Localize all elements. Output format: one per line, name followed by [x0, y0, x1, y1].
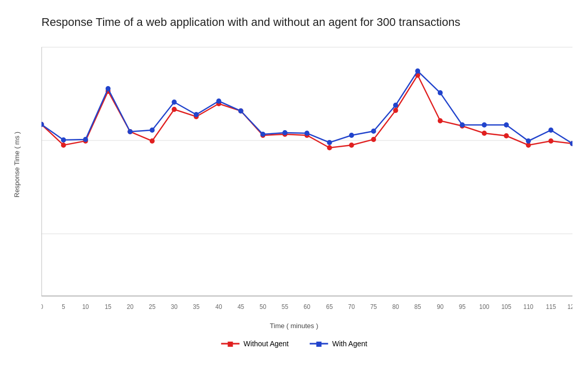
without-agent-dot: [438, 118, 443, 123]
svg-text:105: 105: [501, 303, 512, 311]
legend-item-without-agent: Without Agent: [221, 340, 289, 348]
svg-text:75: 75: [370, 303, 377, 311]
with-agent-dot: [504, 122, 509, 128]
svg-text:115: 115: [546, 303, 556, 311]
without-agent-dot: [171, 107, 177, 112]
with-agent-dot: [438, 90, 443, 95]
svg-text:20: 20: [127, 303, 134, 311]
svg-text:110: 110: [523, 303, 534, 311]
y-axis-label: Response Time ( ms ): [13, 187, 21, 197]
with-agent-dot: [393, 103, 398, 108]
without-agent-dot: [349, 143, 354, 148]
svg-text:95: 95: [459, 303, 466, 311]
svg-text:100: 100: [479, 303, 490, 311]
svg-text:85: 85: [414, 303, 421, 311]
with-agent-dot: [194, 112, 199, 117]
svg-text:60: 60: [304, 303, 310, 311]
with-agent-dot: [83, 137, 88, 142]
chart-legend: Without Agent With Agent: [221, 340, 367, 348]
with-agent-dot: [216, 98, 221, 104]
without-agent-dot: [327, 145, 332, 150]
svg-text:10: 10: [82, 303, 89, 311]
svg-text:70: 70: [348, 303, 355, 311]
svg-text:0: 0: [41, 303, 44, 311]
legend-icon-with-agent: [309, 340, 328, 347]
with-agent-dot: [327, 140, 332, 145]
with-agent-dot: [526, 138, 531, 144]
svg-text:50: 50: [260, 303, 266, 311]
svg-text:90: 90: [437, 303, 443, 311]
svg-text:55: 55: [282, 303, 289, 311]
with-agent-dot: [282, 130, 288, 135]
without-agent-dot: [482, 131, 487, 136]
without-agent-dot: [61, 143, 66, 148]
chart-container: Response Time of a web application with …: [0, 0, 588, 381]
without-agent-dot: [150, 138, 155, 144]
legend-icon-without-agent: [221, 340, 239, 347]
x-axis-label: Time ( minutes ): [270, 322, 318, 330]
legend-label-with-agent: With Agent: [332, 340, 367, 348]
svg-text:35: 35: [193, 303, 199, 311]
svg-text:5: 5: [62, 303, 65, 311]
chart-area: Response Time ( ms ) 3,000 2,000 1,000 0…: [10, 37, 578, 348]
with-agent-dot: [150, 128, 155, 133]
with-agent-dot: [415, 68, 420, 74]
svg-text:30: 30: [171, 303, 178, 311]
svg-text:120: 120: [567, 303, 572, 311]
svg-text:65: 65: [326, 303, 333, 311]
without-agent-dot: [393, 108, 398, 113]
legend-label-without-agent: Without Agent: [243, 340, 289, 348]
legend-item-with-agent: With Agent: [309, 340, 367, 348]
main-chart: 3,000 2,000 1,000 0 0 5 10 15 20 25 30 3…: [41, 37, 572, 317]
with-agent-dot: [371, 129, 376, 134]
svg-rect-38: [316, 342, 321, 347]
with-agent-dot: [305, 131, 310, 136]
svg-text:80: 80: [392, 303, 399, 311]
with-agent-dot: [61, 137, 66, 143]
with-agent-dot: [238, 108, 243, 114]
svg-text:15: 15: [105, 303, 111, 311]
svg-text:25: 25: [149, 303, 155, 311]
with-agent-dot: [106, 86, 111, 91]
with-agent-dot: [549, 128, 554, 133]
svg-text:45: 45: [237, 303, 244, 311]
without-agent-dot: [371, 137, 376, 142]
svg-text:40: 40: [216, 303, 222, 311]
with-agent-dot: [127, 129, 133, 134]
with-agent-dot: [482, 122, 487, 128]
without-agent-dot: [504, 133, 509, 138]
with-agent-dot: [460, 122, 465, 128]
with-agent-dot: [349, 133, 354, 138]
svg-rect-36: [227, 342, 233, 347]
chart-title: Response Time of a web application with …: [10, 16, 578, 29]
with-agent-dot: [171, 100, 177, 105]
without-agent-dot: [549, 138, 554, 144]
with-agent-dot: [261, 132, 266, 137]
